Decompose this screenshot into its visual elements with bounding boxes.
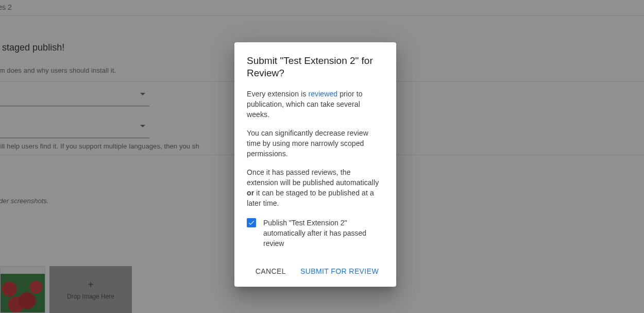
text: it can be staged to be published at a la… xyxy=(247,189,374,207)
dialog-title: Submit "Test Extension 2" for Review? xyxy=(247,55,384,79)
cancel-button[interactable]: Cancel xyxy=(250,263,291,279)
text: Every extension is xyxy=(247,90,308,98)
auto-publish-checkbox-row: Publish "Test Extension 2" automatically… xyxy=(247,218,384,249)
submit-for-review-button[interactable]: Submit for review xyxy=(295,263,384,279)
dialog-actions: Cancel Submit for review xyxy=(247,263,384,279)
reviewed-link[interactable]: reviewed xyxy=(308,90,337,98)
auto-publish-checkbox-label: Publish "Test Extension 2" automatically… xyxy=(263,218,384,249)
text: Once it has passed reviews, the extensio… xyxy=(247,168,379,187)
checkmark-icon xyxy=(248,219,255,226)
dialog-paragraph-2: You can significantly decrease review ti… xyxy=(247,128,384,159)
dialog-paragraph-3: Once it has passed reviews, the extensio… xyxy=(247,167,384,208)
auto-publish-checkbox[interactable] xyxy=(247,218,256,227)
text-strong: or xyxy=(247,189,254,197)
submit-for-review-dialog: Submit "Test Extension 2" for Review? Ev… xyxy=(234,42,396,287)
dialog-paragraph-1: Every extension is reviewed prior to pub… xyxy=(247,89,384,120)
